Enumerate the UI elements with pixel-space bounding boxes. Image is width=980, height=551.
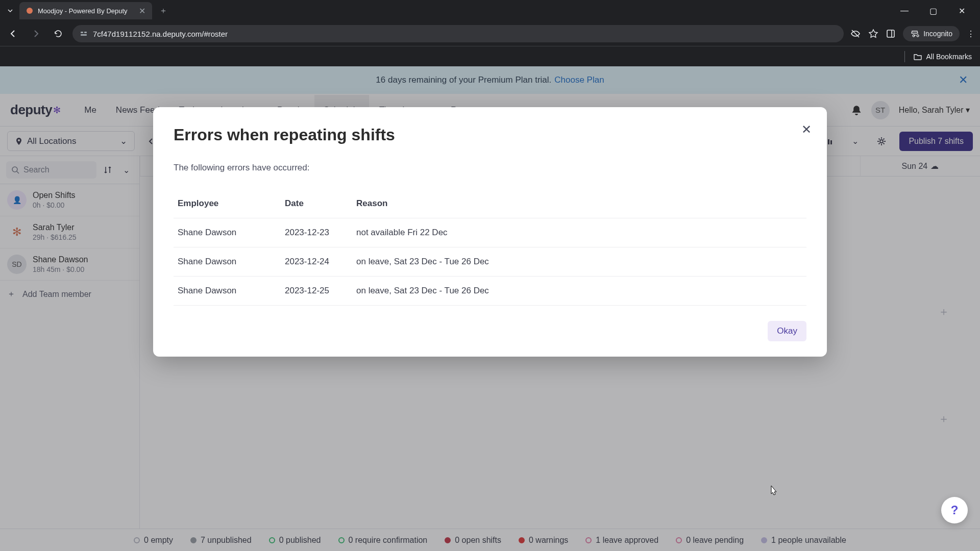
okay-button[interactable]: Okay	[768, 321, 806, 341]
back-button[interactable]	[5, 26, 21, 42]
incognito-label: Incognito	[923, 30, 952, 38]
col-employee: Employee	[178, 198, 285, 209]
svg-point-0	[27, 8, 33, 14]
cell-employee: Shane Dawson	[178, 228, 285, 238]
tab-favicon-icon	[26, 7, 34, 15]
eye-off-icon[interactable]	[850, 28, 861, 39]
all-bookmarks-label: All Bookmarks	[926, 53, 972, 61]
svg-rect-4	[887, 30, 894, 37]
modal-title: Errors when repeating shifts	[174, 126, 806, 144]
reload-button[interactable]	[50, 26, 66, 42]
errors-table: Employee Date Reason Shane Dawson 2023-1…	[174, 189, 806, 306]
minimize-icon[interactable]: ―	[896, 6, 913, 16]
modal-footer: Okay	[174, 321, 806, 341]
modal-close-icon[interactable]: ✕	[801, 122, 812, 137]
browser-tab[interactable]: Moodjoy - Powered By Deputy ✕	[19, 2, 152, 19]
table-row: Shane Dawson 2023-12-23 not available Fr…	[174, 218, 806, 247]
table-row: Shane Dawson 2023-12-25 on leave, Sat 23…	[174, 277, 806, 306]
cell-date: 2023-12-23	[285, 228, 356, 238]
cell-reason: on leave, Sat 23 Dec - Tue 26 Dec	[356, 257, 802, 267]
window-controls: ― ▢ ✕	[896, 6, 976, 16]
bookmarks-bar: All Bookmarks	[0, 46, 980, 66]
all-bookmarks-button[interactable]: All Bookmarks	[913, 52, 972, 61]
side-panel-icon[interactable]	[886, 29, 896, 39]
cell-date: 2023-12-25	[285, 286, 356, 296]
forward-button	[28, 26, 44, 42]
svg-rect-3	[81, 34, 87, 36]
incognito-badge[interactable]: Incognito	[903, 26, 960, 41]
browser-chrome: Moodjoy - Powered By Deputy ✕ ＋ ― ▢ ✕ 7c…	[0, 0, 980, 66]
cell-employee: Shane Dawson	[178, 286, 285, 296]
url-field[interactable]: 7cf47d19112152.na.deputy.com/#roster	[72, 25, 844, 42]
app: 16 days remaining of your Premium Plan t…	[0, 66, 980, 551]
maximize-icon[interactable]: ▢	[925, 6, 941, 16]
svg-rect-1	[81, 32, 83, 33]
cell-reason: on leave, Sat 23 Dec - Tue 26 Dec	[356, 286, 802, 296]
col-reason: Reason	[356, 198, 802, 209]
tab-title: Moodjoy - Powered By Deputy	[38, 7, 134, 15]
help-fab[interactable]: ?	[941, 497, 968, 523]
bookmark-star-icon[interactable]	[868, 29, 878, 39]
cell-date: 2023-12-24	[285, 257, 356, 267]
errors-modal: Errors when repeating shifts ✕ The follo…	[153, 107, 827, 357]
tabs-dropdown[interactable]	[4, 5, 16, 17]
address-actions: Incognito ⋮	[850, 26, 975, 41]
url-text: 7cf47d19112152.na.deputy.com/#roster	[93, 30, 228, 38]
bookmarks-divider	[904, 51, 905, 62]
close-window-icon[interactable]: ✕	[953, 6, 970, 16]
site-settings-icon[interactable]	[80, 30, 88, 38]
modal-intro: The following errors have occurred:	[174, 163, 806, 173]
tab-bar: Moodjoy - Powered By Deputy ✕ ＋ ― ▢ ✕	[0, 0, 980, 21]
col-date: Date	[285, 198, 356, 209]
table-header: Employee Date Reason	[174, 189, 806, 218]
table-row: Shane Dawson 2023-12-24 on leave, Sat 23…	[174, 247, 806, 277]
modal-overlay[interactable]: Errors when repeating shifts ✕ The follo…	[0, 66, 980, 551]
tab-close-icon[interactable]: ✕	[138, 7, 146, 15]
new-tab-button[interactable]: ＋	[156, 4, 170, 18]
cell-reason: not available Fri 22 Dec	[356, 228, 802, 238]
svg-rect-2	[84, 32, 87, 33]
cell-employee: Shane Dawson	[178, 257, 285, 267]
address-bar: 7cf47d19112152.na.deputy.com/#roster Inc…	[0, 21, 980, 46]
browser-menu-icon[interactable]: ⋮	[967, 29, 975, 39]
